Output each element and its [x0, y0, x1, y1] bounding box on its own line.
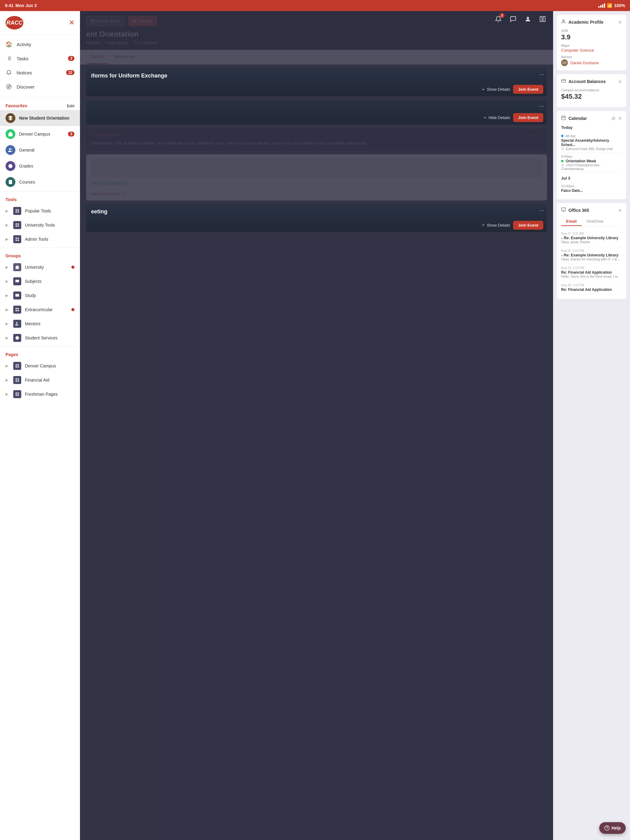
favourite-item-courses[interactable]: Courses	[0, 174, 80, 190]
cal-event-2-dot	[561, 160, 564, 163]
email-item-3[interactable]: Aug 25, 2:15 PM Re: Financial Aid Applic…	[561, 264, 622, 281]
calendar-event-3[interactable]: 12:00pm Falco Dato...	[561, 182, 622, 195]
cal-event-3-time: 12:00pm	[561, 184, 622, 188]
sidebar-item-study[interactable]: ▶ Study	[0, 288, 80, 303]
expand-arrow-university: ▶	[6, 223, 8, 227]
sidebar-item-admin-tools[interactable]: ▶ Admin Tools	[0, 232, 80, 246]
mentors-icon	[13, 320, 21, 328]
sidebar: RACC ✕ 🏠 Activity Tasks 3 No	[0, 11, 80, 840]
pages-header: Pages	[0, 348, 80, 359]
wifi-icon: 📶	[607, 3, 612, 8]
sidebar-item-mentors[interactable]: ▶ Mentors	[0, 317, 80, 331]
advisor-name[interactable]: Daniel Dushane	[570, 61, 599, 65]
event-2-more-button[interactable]: ···	[539, 103, 544, 109]
tools-divider	[0, 248, 80, 248]
sidebar-item-subjects[interactable]: ▶ Subjects	[0, 274, 80, 288]
battery-value: 100%	[614, 3, 625, 8]
favourite-item-new-student[interactable]: New Student Orientation	[0, 110, 80, 126]
help-button[interactable]: Help	[599, 822, 626, 834]
status-bar: 9:41 Mon Jun 3 📶 100%	[0, 0, 630, 11]
sidebar-item-discover[interactable]: Discover	[0, 80, 80, 94]
event-2-join-button[interactable]: Join Event	[513, 113, 543, 122]
sidebar-item-tasks[interactable]: Tasks 3	[0, 51, 80, 65]
sidebar-item-freshman-pages[interactable]: ▶ Freshman Pages	[0, 387, 80, 401]
top-nav: 3	[488, 11, 553, 27]
cal-event-2-title: Orientation Week	[561, 159, 622, 163]
campus-balance-label: Campus account balance	[561, 88, 622, 92]
event-1-actions: Show Details Join Event	[86, 82, 547, 96]
close-sidebar-button[interactable]: ✕	[69, 19, 74, 27]
favourite-item-denver[interactable]: Denver Campus 3	[0, 126, 80, 142]
profile-button[interactable]	[522, 14, 533, 25]
sidebar-item-extracurricular[interactable]: ▶ Extracurricular	[0, 303, 80, 317]
cal-event-2-title-text: Orientation Week	[566, 159, 596, 163]
email-item-1[interactable]: Aug 27, 8:41 AM Re: Example University L…	[561, 229, 622, 246]
event-1-show-details-button[interactable]: Show Details	[481, 87, 510, 92]
office365-close-button[interactable]: ✕	[618, 208, 622, 213]
allday-label: All day	[561, 134, 622, 138]
event-3-join-button[interactable]: Join Event	[513, 221, 543, 230]
sidebar-item-denver-campus-page[interactable]: ▶ Denver Campus	[0, 359, 80, 373]
general-label: General	[19, 148, 35, 153]
calendar-close-button[interactable]: ✕	[618, 115, 622, 122]
event-2-hide-details-label: Hide Details	[489, 115, 510, 120]
extracurricular-notification-dot	[71, 308, 74, 311]
sidebar-item-university[interactable]: ▶ University	[0, 260, 80, 274]
office365-widget: Office 365 ✕ Email OneDrive Aug 27, 8:41…	[557, 203, 626, 299]
cal-event-2-location-text: 1015 Philadelphia Ave, Chambersburg	[561, 163, 600, 171]
calendar-icon	[561, 115, 566, 122]
favourite-item-general[interactable]: General	[0, 142, 80, 158]
office-tab-email[interactable]: Email	[561, 217, 582, 226]
event-1-title: iforms for Uniform Exchange	[91, 73, 542, 79]
university-tools-label: University Tools	[25, 223, 55, 227]
svg-point-35	[562, 148, 563, 149]
office365-title: Office 365	[561, 207, 589, 213]
event-3-more-button[interactable]: ···	[539, 207, 544, 214]
sidebar-item-student-services[interactable]: ▶ Student Services	[0, 331, 80, 345]
popular-tools-label: Popular Tools	[25, 208, 51, 213]
svg-rect-31	[562, 116, 565, 120]
status-right: 📶 100%	[598, 3, 625, 8]
calendar-settings-button[interactable]: ⚙	[611, 115, 616, 122]
sidebar-item-activity[interactable]: 🏠 Activity	[0, 37, 80, 51]
tools-title: Tools	[6, 197, 17, 202]
tasks-icon	[6, 55, 12, 62]
help-label: Help	[611, 826, 621, 831]
event-1-more-button[interactable]: ···	[539, 71, 544, 78]
student-services-icon	[13, 334, 21, 342]
academic-profile-close-button[interactable]: ✕	[618, 19, 622, 25]
status-left: 9:41 Mon Jun 3	[5, 3, 36, 8]
page-content: 3 Create Event	[80, 11, 553, 840]
notification-bell-button[interactable]: 3	[493, 14, 504, 25]
calendar-event-1[interactable]: All day Special Assembly/Advisory Sched.…	[561, 132, 622, 153]
event-1-show-details-label: Show Details	[487, 87, 510, 92]
email-item-4[interactable]: Aug 25, 1:43 PM Re: Financial Aid Applic…	[561, 281, 622, 295]
event-3-show-details-button[interactable]: Show Details	[481, 223, 510, 227]
expand-extracurricular: ▶	[6, 308, 8, 312]
event-1-join-button[interactable]: Join Event	[513, 85, 543, 94]
event-card-2: ··· Hide Details Join Event	[86, 100, 547, 125]
menu-button[interactable]	[537, 14, 548, 25]
academic-profile-widget: Academic Profile ✕ GPA 3.9 Major Compute…	[557, 15, 626, 70]
cal-event-2-location: 1015 Philadelphia Ave, Chambersburg	[561, 163, 622, 171]
favourites-edit-button[interactable]: Edit	[67, 104, 74, 108]
event-3-actions: Show Details Join Event	[86, 218, 547, 232]
sidebar-item-notices[interactable]: Notices 12	[0, 65, 80, 80]
sidebar-item-financial-aid[interactable]: ▶ Financial Aid	[0, 373, 80, 387]
sidebar-item-university-tools[interactable]: ▶ University Tools	[0, 218, 80, 232]
event-2-hide-details-button[interactable]: Hide Details	[483, 115, 510, 120]
advisor-row: DD Daniel Dushane	[561, 59, 622, 66]
major-value[interactable]: Computer Science	[561, 48, 622, 52]
calendar-event-2[interactable]: 9:00am Orientation Week 1015 Philadelphi…	[561, 153, 622, 173]
tools-header: Tools	[0, 193, 80, 204]
email-item-2[interactable]: Aug 26, 3:53 PM Re: Example University L…	[561, 246, 622, 264]
account-balances-close-button[interactable]: ✕	[618, 79, 622, 85]
office-tab-onedrive[interactable]: OneDrive	[582, 217, 608, 226]
favourite-item-grades[interactable]: Grades	[0, 158, 80, 174]
calendar-actions: ⚙ ✕	[611, 115, 622, 122]
admin-tools-icon	[13, 235, 21, 243]
messages-button[interactable]	[508, 14, 519, 25]
admin-tools-label: Admin Tools	[25, 237, 48, 242]
sidebar-item-popular-tools[interactable]: ▶ Popular Tools	[0, 204, 80, 218]
denver-campus-page-icon	[13, 362, 21, 370]
